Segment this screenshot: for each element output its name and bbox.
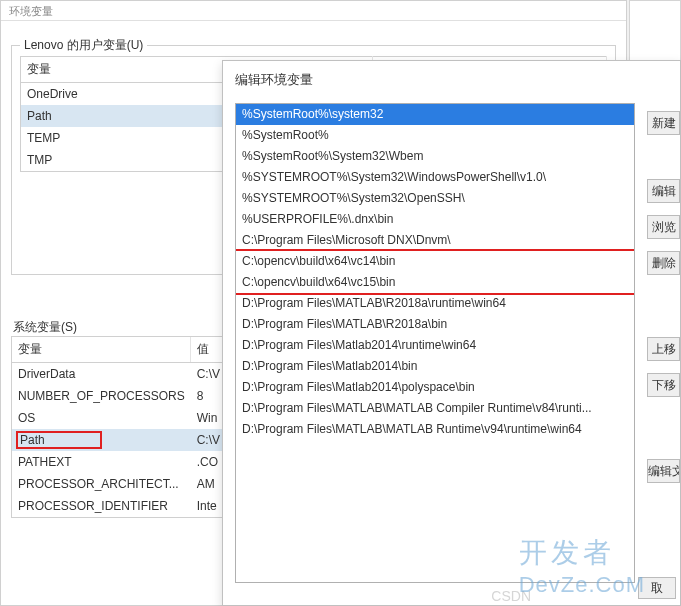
move-up-button[interactable]: 上移 bbox=[647, 337, 680, 361]
table-row[interactable]: DriverData C:\V bbox=[12, 363, 230, 386]
path-list-item[interactable]: D:\Program Files\Matlab2014\bin bbox=[236, 356, 634, 377]
path-list-item[interactable]: C:\opencv\build\x64\vc15\bin bbox=[236, 272, 634, 293]
path-list-item[interactable]: %USERPROFILE%\.dnx\bin bbox=[236, 209, 634, 230]
highlighted-path-group: C:\opencv\build\x64\vc14\binC:\opencv\bu… bbox=[236, 251, 634, 293]
path-list-item[interactable]: %SystemRoot% bbox=[236, 125, 634, 146]
new-button[interactable]: 新建 bbox=[647, 111, 680, 135]
path-list-item[interactable]: D:\Program Files\MATLAB\MATLAB Compiler … bbox=[236, 398, 634, 419]
system-group-label: 系统变量(S) bbox=[13, 319, 77, 336]
sys-table-header-name[interactable]: 变量 bbox=[12, 337, 191, 363]
path-list-item[interactable]: C:\opencv\build\x64\vc14\bin bbox=[236, 251, 634, 272]
dialog-titlebar[interactable]: 环境变量 bbox=[1, 1, 626, 21]
var-name: PATHEXT bbox=[12, 451, 191, 473]
var-name: DriverData bbox=[12, 363, 191, 386]
path-list-item[interactable]: %SystemRoot%\System32\Wbem bbox=[236, 146, 634, 167]
var-name: OS bbox=[12, 407, 191, 429]
path-list-item[interactable]: %SYSTEMROOT%\System32\WindowsPowerShell\… bbox=[236, 167, 634, 188]
browse-button[interactable]: 浏览 bbox=[647, 215, 680, 239]
table-row[interactable]: PATHEXT .CO bbox=[12, 451, 230, 473]
table-row[interactable]: PROCESSOR_ARCHITECT... AM bbox=[12, 473, 230, 495]
edit-dialog-title: 编辑环境变量 bbox=[223, 61, 680, 95]
path-list-item[interactable]: %SYSTEMROOT%\System32\OpenSSH\ bbox=[236, 188, 634, 209]
path-list-item[interactable]: C:\Program Files\Microsoft DNX\Dnvm\ bbox=[236, 230, 634, 251]
path-list-item[interactable]: D:\Program Files\Matlab2014\runtime\win6… bbox=[236, 335, 634, 356]
path-list-item[interactable]: D:\Program Files\MATLAB\MATLAB Runtime\v… bbox=[236, 419, 634, 440]
table-row[interactable]: PROCESSOR_IDENTIFIER Inte bbox=[12, 495, 230, 517]
edit-text-button[interactable]: 编辑文 bbox=[647, 459, 680, 483]
dialog-title-text: 环境变量 bbox=[9, 5, 53, 17]
edit-button[interactable]: 编辑 bbox=[647, 179, 680, 203]
cancel-button[interactable]: 取 bbox=[638, 577, 676, 599]
path-list-item[interactable]: %SystemRoot%\system32 bbox=[236, 104, 634, 125]
delete-button[interactable]: 删除 bbox=[647, 251, 680, 275]
user-group-label: Lenovo 的用户变量(U) bbox=[20, 37, 147, 54]
move-down-button[interactable]: 下移 bbox=[647, 373, 680, 397]
table-row[interactable]: Path C:\V bbox=[12, 429, 230, 451]
var-name: Path bbox=[12, 429, 191, 451]
path-entries-listbox[interactable]: %SystemRoot%\system32%SystemRoot%%System… bbox=[235, 103, 635, 583]
var-name: PROCESSOR_IDENTIFIER bbox=[12, 495, 191, 517]
var-name: NUMBER_OF_PROCESSORS bbox=[12, 385, 191, 407]
system-variables-table[interactable]: 变量 值 DriverData C:\V NUMBER_OF_PROCESSOR… bbox=[12, 337, 230, 517]
path-list-item[interactable]: D:\Program Files\MATLAB\R2018a\runtime\w… bbox=[236, 293, 634, 314]
table-row[interactable]: NUMBER_OF_PROCESSORS 8 bbox=[12, 385, 230, 407]
path-list-item[interactable]: D:\Program Files\MATLAB\R2018a\bin bbox=[236, 314, 634, 335]
path-list-item[interactable]: D:\Program Files\Matlab2014\polyspace\bi… bbox=[236, 377, 634, 398]
system-variables-group: 变量 值 DriverData C:\V NUMBER_OF_PROCESSOR… bbox=[11, 336, 231, 518]
table-row[interactable]: OS Win bbox=[12, 407, 230, 429]
var-name: PROCESSOR_ARCHITECT... bbox=[12, 473, 191, 495]
edit-dialog-buttons: 新建 编辑 浏览 删除 上移 下移 编辑文 bbox=[635, 103, 680, 595]
edit-env-variable-dialog[interactable]: 编辑环境变量 %SystemRoot%\system32%SystemRoot%… bbox=[222, 60, 681, 606]
